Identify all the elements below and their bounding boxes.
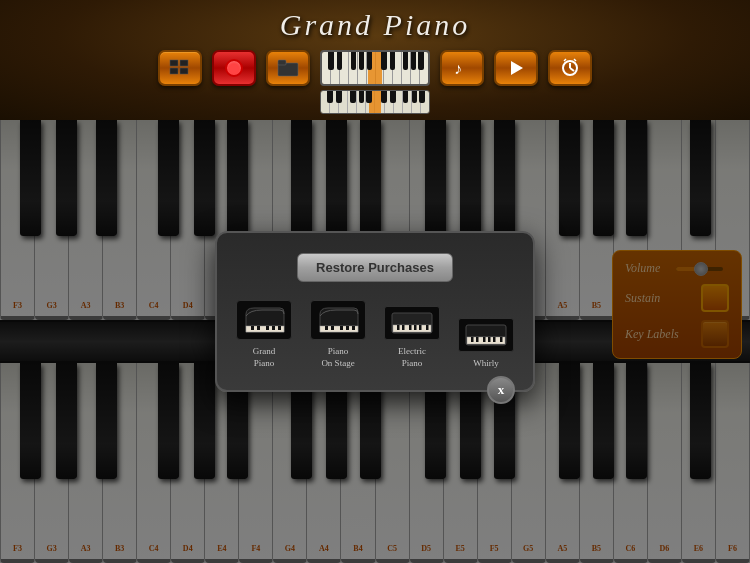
svg-rect-14	[251, 326, 254, 330]
instrument-grid: GrandPiano	[237, 300, 513, 369]
keyboard-preview-small[interactable]	[320, 90, 430, 114]
alarm-button[interactable]	[548, 50, 592, 86]
grid-icon	[169, 59, 191, 77]
svg-rect-39	[493, 337, 496, 342]
red-icon	[225, 59, 243, 77]
svg-rect-21	[331, 326, 334, 330]
svg-rect-31	[419, 325, 422, 330]
svg-line-10	[570, 68, 574, 71]
piano-on-stage-icon	[310, 300, 366, 340]
svg-rect-40	[500, 337, 503, 342]
svg-rect-17	[272, 326, 275, 330]
modal-overlay[interactable]: Restore Purchases	[0, 120, 750, 563]
svg-rect-3	[180, 68, 188, 74]
folder-button[interactable]	[266, 50, 310, 86]
svg-marker-7	[511, 61, 523, 75]
grand-piano-icon	[236, 300, 292, 340]
instrument-piano-on-stage[interactable]: PianoOn Stage	[310, 300, 366, 369]
play-icon	[507, 59, 525, 77]
svg-line-11	[564, 59, 566, 61]
svg-rect-36	[476, 337, 479, 342]
svg-rect-38	[488, 337, 491, 342]
svg-rect-37	[483, 337, 486, 342]
red-button[interactable]	[212, 50, 256, 86]
alarm-icon	[560, 58, 580, 78]
piano-on-stage-label: PianoOn Stage	[321, 346, 354, 369]
svg-rect-29	[409, 325, 412, 330]
instrument-whirly[interactable]: Whirly	[458, 318, 514, 370]
play-button[interactable]	[494, 50, 538, 86]
restore-purchases-button[interactable]: Restore Purchases	[297, 253, 453, 282]
svg-rect-1	[180, 60, 188, 66]
svg-rect-28	[402, 325, 405, 330]
note-icon: ♪	[451, 57, 473, 79]
svg-rect-5	[278, 60, 286, 65]
grand-piano-label: GrandPiano	[253, 346, 276, 369]
svg-rect-22	[340, 326, 343, 330]
svg-rect-30	[414, 325, 417, 330]
note-button[interactable]: ♪	[440, 50, 484, 86]
grid-button[interactable]	[158, 50, 202, 86]
app-title: Grand Piano	[0, 0, 750, 42]
svg-rect-23	[346, 326, 349, 330]
close-dialog-button[interactable]: x	[487, 376, 515, 404]
whirly-label: Whirly	[473, 358, 499, 370]
svg-rect-0	[170, 60, 178, 66]
electric-piano-icon	[384, 306, 440, 340]
mini-black-keys	[322, 52, 428, 70]
svg-rect-2	[170, 68, 178, 74]
svg-rect-27	[397, 325, 400, 330]
toolbar-row2	[0, 90, 750, 114]
svg-text:♪: ♪	[454, 60, 462, 77]
header-wood-bar: Grand Piano	[0, 0, 750, 120]
svg-rect-20	[325, 326, 328, 330]
svg-rect-24	[352, 326, 355, 330]
close-icon: x	[498, 382, 505, 398]
svg-line-12	[574, 59, 576, 61]
svg-rect-32	[426, 325, 429, 330]
folder-icon	[277, 59, 299, 77]
piano-body: F3 G3 A3 B3 C4 D4 E4 F4 G4 A4 B4 C5 D5 E…	[0, 120, 750, 563]
instrument-electric-piano[interactable]: ElectricPiano	[384, 306, 440, 369]
toolbar-row1: ♪	[0, 42, 750, 90]
instrument-select-dialog: Restore Purchases	[215, 231, 535, 391]
svg-rect-35	[471, 337, 474, 342]
instrument-grand-piano[interactable]: GrandPiano	[236, 300, 292, 369]
electric-piano-label: ElectricPiano	[398, 346, 426, 369]
svg-rect-16	[266, 326, 269, 330]
mini-black-keys-2	[321, 91, 429, 103]
whirly-icon	[458, 318, 514, 352]
keyboard-preview-large[interactable]	[320, 50, 430, 86]
svg-rect-18	[278, 326, 281, 330]
svg-rect-15	[257, 326, 260, 330]
